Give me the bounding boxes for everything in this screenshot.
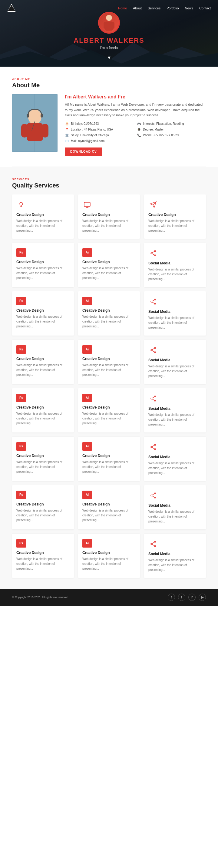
service-title: Social Media bbox=[148, 503, 201, 507]
service-desc: Web design is a similar process of creat… bbox=[82, 557, 136, 571]
service-card: Ai Creative Design Web design is a simil… bbox=[78, 291, 140, 336]
service-desc: Web design is a similar process of creat… bbox=[82, 266, 136, 280]
svg-point-48 bbox=[151, 495, 152, 496]
svg-point-33 bbox=[151, 349, 152, 351]
service-card: Creative Design Web design is a similar … bbox=[12, 194, 74, 239]
hero-name: ALBERT WALKERS bbox=[73, 37, 144, 44]
person-silhouette bbox=[102, 13, 116, 32]
service-icon-box: Ai bbox=[82, 394, 92, 402]
service-desc: Web design is a similar process of creat… bbox=[148, 364, 201, 379]
service-title: Creative Design bbox=[17, 551, 70, 555]
about-info-item: ✉️Mail: mymail@gmail.com bbox=[65, 139, 134, 143]
service-title: Creative Design bbox=[82, 502, 136, 506]
nav-link-news[interactable]: News bbox=[185, 6, 193, 10]
nav-link-about[interactable]: About bbox=[133, 6, 142, 10]
about-info-text: Mail: mymail@gmail.com bbox=[71, 139, 104, 143]
scroll-icon[interactable]: ▾ bbox=[108, 54, 111, 61]
service-icon-box: Ps bbox=[17, 248, 26, 257]
footer-social-icon[interactable]: ▶ bbox=[198, 594, 206, 601]
service-title: Creative Design bbox=[17, 454, 70, 458]
service-icon bbox=[148, 200, 158, 210]
svg-line-40 bbox=[152, 397, 154, 398]
service-icon bbox=[148, 539, 158, 549]
about-info-item: 🎓Degree: Master bbox=[137, 127, 206, 132]
svg-point-23 bbox=[151, 253, 152, 254]
service-card: Social Media Web design is a similar pro… bbox=[144, 388, 206, 433]
about-info-item: 🏛️Study: University of Chicago bbox=[65, 133, 134, 137]
about-info-text: Phone: +77 022 177 05 29 bbox=[143, 133, 179, 137]
footer-social-icon[interactable]: t bbox=[178, 594, 185, 601]
service-icon bbox=[148, 248, 158, 258]
hero-section: HomeAboutServicesPortfolioNewsContact AL… bbox=[0, 0, 218, 67]
svg-rect-13 bbox=[21, 124, 28, 137]
svg-point-29 bbox=[154, 303, 156, 304]
service-desc: Web design is a similar process of creat… bbox=[17, 363, 70, 377]
svg-line-36 bbox=[152, 350, 154, 352]
service-card: Social Media Web design is a similar pro… bbox=[144, 437, 206, 481]
footer-social-icon[interactable]: f bbox=[168, 594, 175, 601]
service-card: Social Media Web design is a similar pro… bbox=[144, 291, 206, 336]
svg-rect-14 bbox=[42, 124, 49, 137]
about-intro-plain: I'm Albert Walkers and bbox=[65, 94, 118, 99]
about-info-text: Location: 44 Plaza, Plano, USA bbox=[71, 128, 113, 131]
about-info-text: Study: University of Chicago bbox=[71, 133, 109, 137]
service-card: Ai Creative Design Web design is a simil… bbox=[78, 243, 140, 287]
service-card: Ai Creative Design Web design is a simil… bbox=[78, 534, 140, 578]
about-desc: Hi! My name is Albert Walkers. I am a We… bbox=[65, 102, 206, 118]
svg-rect-19 bbox=[84, 202, 90, 207]
svg-line-55 bbox=[152, 542, 154, 544]
service-desc: Web design is a similar process of creat… bbox=[82, 314, 136, 329]
nav-link-portfolio[interactable]: Portfolio bbox=[166, 6, 179, 10]
navbar-logo[interactable] bbox=[7, 4, 16, 12]
service-desc: Web design is a similar process of creat… bbox=[82, 508, 136, 523]
about-info-text: Birthday: 01/07/1993 bbox=[71, 122, 99, 125]
svg-rect-4 bbox=[103, 22, 106, 29]
svg-point-34 bbox=[154, 352, 156, 353]
service-card: Creative Design Web design is a similar … bbox=[144, 194, 206, 239]
service-desc: Web design is a similar process of creat… bbox=[17, 219, 70, 233]
hero-name-colored: WALKERS bbox=[107, 37, 145, 44]
footer-social-links: ftin▶ bbox=[168, 594, 206, 601]
hero-background: HomeAboutServicesPortfolioNewsContact AL… bbox=[0, 0, 218, 67]
download-cv-button[interactable]: Download CV bbox=[65, 148, 102, 156]
service-desc: Web design is a similar process of creat… bbox=[17, 411, 70, 426]
about-info-item: 📍Location: 44 Plaza, Plano, USA bbox=[65, 127, 134, 132]
svg-line-26 bbox=[152, 253, 154, 255]
service-icon-box: Ps bbox=[17, 539, 26, 548]
svg-point-54 bbox=[154, 546, 156, 547]
hero-subtitle: I'm a freela bbox=[100, 46, 118, 50]
service-title: Creative Design bbox=[82, 308, 136, 313]
footer-social-icon[interactable]: in bbox=[188, 594, 196, 601]
service-card: Ps Creative Design Web design is a simil… bbox=[12, 534, 74, 578]
svg-rect-15 bbox=[27, 114, 29, 118]
about-info-item: 🎂Birthday: 01/07/1993 bbox=[65, 122, 134, 126]
svg-rect-5 bbox=[112, 22, 115, 29]
navbar: HomeAboutServicesPortfolioNewsContact bbox=[0, 0, 218, 16]
nav-link-home[interactable]: Home bbox=[118, 6, 127, 10]
service-card: Ai Creative Design Web design is a simil… bbox=[78, 388, 140, 433]
service-card: Ai Creative Design Web design is a simil… bbox=[78, 340, 140, 384]
about-info-text: Interests: Playstation, Reading bbox=[143, 122, 184, 125]
about-info-icon: 🎓 bbox=[137, 127, 141, 132]
nav-link-services[interactable]: Services bbox=[148, 6, 160, 10]
svg-point-11 bbox=[28, 109, 41, 124]
service-icon-box: Ps bbox=[17, 491, 26, 499]
service-card: Ai Creative Design Web design is a simil… bbox=[78, 485, 140, 529]
service-desc: Web design is a similar process of creat… bbox=[17, 508, 70, 523]
about-body: I'm Albert Walkers and Fre Hi! My name i… bbox=[12, 94, 206, 156]
service-title: Creative Design bbox=[82, 213, 136, 217]
nav-link-contact[interactable]: Contact bbox=[199, 6, 211, 10]
about-info-icon: 🏛️ bbox=[65, 133, 69, 137]
service-title: Social Media bbox=[148, 406, 201, 411]
service-desc: Web design is a similar process of creat… bbox=[148, 558, 201, 572]
service-title: Social Media bbox=[148, 310, 201, 314]
logo-triangle-icon bbox=[8, 5, 15, 11]
svg-rect-12 bbox=[27, 123, 43, 141]
service-desc: Web design is a similar process of creat… bbox=[82, 219, 136, 233]
svg-point-32 bbox=[154, 347, 156, 349]
service-desc: Web design is a similar process of creat… bbox=[17, 314, 70, 329]
svg-rect-16 bbox=[40, 114, 43, 118]
svg-point-43 bbox=[151, 446, 152, 447]
service-title: Creative Design bbox=[82, 454, 136, 458]
footer: © Copyright 2016-2020. All rights are re… bbox=[0, 589, 218, 606]
